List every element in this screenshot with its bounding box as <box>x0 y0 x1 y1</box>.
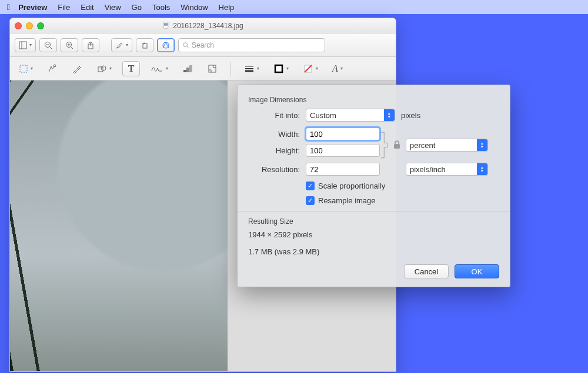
svg-line-8 <box>71 46 73 49</box>
search-input[interactable]: Search <box>178 38 325 52</box>
menubar:  Preview File Edit View Go Tools Window… <box>0 0 588 14</box>
adjust-color-button[interactable] <box>179 61 196 76</box>
cancel-button[interactable]: Cancel <box>404 264 449 278</box>
height-label: Height: <box>248 146 300 155</box>
menu-go[interactable]: Go <box>132 3 142 12</box>
text-button[interactable]: T <box>122 61 140 76</box>
resolution-unit-value: pixels/inch <box>410 165 446 174</box>
fit-into-unit: pixels <box>401 111 420 120</box>
separator <box>230 62 231 76</box>
markup-button[interactable] <box>157 38 175 52</box>
sketch-button[interactable] <box>68 61 86 76</box>
svg-rect-31 <box>394 144 400 149</box>
svg-point-20 <box>101 66 106 70</box>
adjust-size-button[interactable] <box>203 61 221 76</box>
menu-file[interactable]: File <box>58 3 70 12</box>
menu-window[interactable]: Window <box>181 3 208 12</box>
aspect-lock-bracket <box>380 129 392 162</box>
menu-edit[interactable]: Edit <box>81 3 93 12</box>
resolution-unit-select[interactable]: pixels/inch <box>406 163 488 176</box>
dimensions-group-title: Image Dimensions <box>248 96 499 104</box>
fit-into-value: Custom <box>310 111 336 120</box>
height-input[interactable] <box>306 144 380 157</box>
fill-color-button[interactable] <box>299 61 322 76</box>
scale-proportionally-checkbox[interactable]: ✓ Scale proportionally <box>306 182 385 190</box>
resulting-size-title: Resulting Size <box>248 217 499 226</box>
highlight-button[interactable] <box>111 38 132 52</box>
scale-proportionally-label: Scale proportionally <box>318 182 385 190</box>
svg-rect-24 <box>209 65 216 72</box>
image-content[interactable] <box>10 80 228 371</box>
svg-rect-1 <box>164 23 168 26</box>
adjust-size-dialog: Image Dimensions Fit into: Custom pixels… <box>237 85 510 287</box>
wh-unit-value: percent <box>410 141 435 150</box>
markup-toolbar: ▾ T A <box>10 57 396 80</box>
close-button[interactable] <box>15 22 22 29</box>
zoom-button[interactable] <box>37 22 44 29</box>
svg-point-15 <box>183 42 188 46</box>
resolution-label: Resolution: <box>248 165 300 174</box>
svg-rect-19 <box>98 67 103 72</box>
svg-line-5 <box>49 46 52 49</box>
resample-image-checkbox[interactable]: ✓ Resample image <box>306 196 376 205</box>
lock-icon[interactable] <box>393 140 401 151</box>
resulting-filesize: 1.7 MB (was 2.9 MB) <box>248 247 499 256</box>
text-style-button[interactable]: A <box>329 61 346 76</box>
wh-unit-select[interactable]: percent <box>406 139 488 152</box>
width-label: Width: <box>248 130 300 139</box>
check-icon: ✓ <box>306 196 315 205</box>
section-separator <box>238 211 510 211</box>
width-input[interactable] <box>306 127 380 140</box>
resample-image-label: Resample image <box>318 196 376 205</box>
instant-alpha-button[interactable] <box>44 61 61 76</box>
apple-icon[interactable]:  <box>7 2 10 12</box>
check-icon: ✓ <box>306 182 315 190</box>
fit-into-label: Fit into: <box>248 111 300 120</box>
shapes-button[interactable] <box>93 61 115 76</box>
resulting-dimensions: 1944 × 2592 pixels <box>248 230 499 239</box>
menu-view[interactable]: View <box>105 3 121 12</box>
menu-help[interactable]: Help <box>219 3 235 12</box>
border-color-button[interactable] <box>270 61 292 76</box>
rotate-button[interactable] <box>136 38 153 52</box>
share-button[interactable] <box>82 38 99 52</box>
sign-button[interactable] <box>147 61 172 76</box>
menu-tools[interactable]: Tools <box>152 3 170 12</box>
minimize-button[interactable] <box>26 22 33 29</box>
selection-tool-button[interactable]: ▾ <box>15 61 36 76</box>
titlebar: 20161228_134418.jpg <box>10 18 396 33</box>
fit-into-select[interactable]: Custom <box>306 109 395 122</box>
svg-rect-21 <box>183 70 186 72</box>
app-name[interactable]: Preview <box>18 3 47 12</box>
line-style-button[interactable] <box>240 61 263 76</box>
svg-rect-17 <box>20 65 27 72</box>
svg-rect-22 <box>186 68 189 72</box>
zoom-in-button[interactable] <box>61 38 78 52</box>
ok-button[interactable]: OK <box>455 264 499 278</box>
search-placeholder: Search <box>192 41 214 49</box>
main-toolbar: Search <box>10 33 396 57</box>
svg-line-16 <box>187 46 189 48</box>
svg-point-14 <box>163 42 169 48</box>
svg-rect-2 <box>19 42 26 49</box>
svg-rect-28 <box>275 65 282 72</box>
window-title: 20161228_134418.jpg <box>173 22 243 30</box>
zoom-out-button[interactable] <box>39 38 57 52</box>
svg-rect-0 <box>164 22 169 28</box>
document-icon <box>162 22 169 29</box>
resolution-input[interactable] <box>306 163 380 176</box>
svg-rect-23 <box>189 65 192 72</box>
sidebar-view-button[interactable] <box>15 38 36 52</box>
